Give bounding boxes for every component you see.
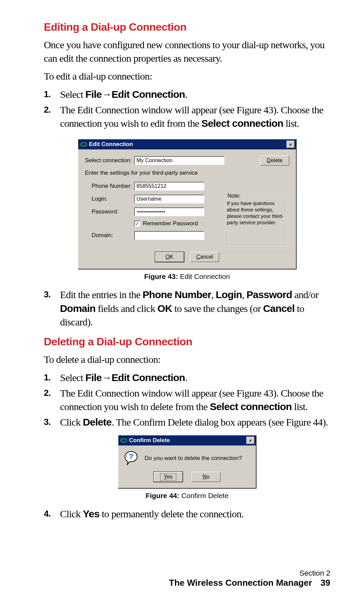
select-connection-row: Select connection: My Connection Delete <box>85 155 289 166</box>
domain-input[interactable] <box>134 231 204 240</box>
steps-deleting: 1. Select File→Edit Connection. 2. The E… <box>44 371 330 429</box>
phone-label: Phone Number: <box>92 183 134 190</box>
instruction-text: Enter the settings for your third-party … <box>85 170 289 176</box>
dialog-title: Edit Connection <box>89 141 286 148</box>
figure-43-wrap: Edit Connection × Select connection: My … <box>44 139 330 269</box>
ok-button[interactable]: OK <box>155 252 184 262</box>
heading-editing: Editing a Dial-up Connection <box>44 21 330 33</box>
confirm-delete-dialog: Confirm Delete × ? Do you want to delete… <box>118 435 256 488</box>
note-legend: Note: <box>226 193 242 199</box>
steps-deleting-cont: 4. Click Yes to permanently delete the c… <box>44 507 330 521</box>
cancel-button[interactable]: Cancel <box>190 252 219 262</box>
delete-button[interactable]: Delete <box>260 155 289 166</box>
domain-label: Domain: <box>92 232 134 239</box>
step-1: 1. Select File→Edit Connection. <box>60 88 330 101</box>
close-button[interactable]: × <box>286 141 295 148</box>
svg-point-1 <box>121 439 127 442</box>
step-text: Select <box>60 89 85 100</box>
figure-43-caption: Figure 43: Edit Connection <box>44 272 330 281</box>
password-label: Password: <box>92 208 134 215</box>
heading-deleting: Deleting a Dial-up Connection <box>44 336 330 348</box>
select-connection-label: Select connection: <box>85 157 134 164</box>
remember-row: ✓ Remember Password <box>134 220 217 227</box>
step-2: 2. The Edit Connection window will appea… <box>60 103 330 130</box>
step-text: Edit the entries in the <box>60 289 143 300</box>
step-number: 1. <box>44 88 51 100</box>
footer-title-line: The Wireless Connection Manager 39 <box>169 578 330 588</box>
page-footer: Section 2 The Wireless Connection Manage… <box>169 569 330 588</box>
login-input[interactable]: Username <box>134 195 204 203</box>
domain-row: Domain: <box>92 231 217 240</box>
titlebar: Confirm Delete × <box>118 435 256 445</box>
step-number: 1. <box>44 372 51 383</box>
step-3: 3. Edit the entries in the Phone Number,… <box>60 288 330 329</box>
step-2: 2. The Edit Connection window will appea… <box>60 386 330 413</box>
step-3: 3. Click Delete. The Confirm Delete dial… <box>60 415 330 429</box>
login-label: Login: <box>92 196 134 202</box>
step-1: 1. Select File→Edit Connection. <box>60 371 330 384</box>
step-number: 2. <box>44 387 51 399</box>
footer-title: The Wireless Connection Manager <box>169 578 312 588</box>
yes-button[interactable]: Yes <box>154 472 183 482</box>
step-number: 3. <box>44 416 51 428</box>
dialog-buttons: OK Cancel <box>85 252 289 262</box>
password-input[interactable]: ∗∗∗∗∗∗∗∗∗∗∗∗∗∗ <box>134 207 204 216</box>
select-connection-input[interactable]: My Connection <box>134 156 224 165</box>
bold-edit-connection: Edit Connection <box>112 89 185 100</box>
svg-text:?: ? <box>129 452 133 461</box>
dialog-title: Confirm Delete <box>129 437 246 444</box>
intro-paragraph: Once you have configured new connections… <box>44 38 330 65</box>
manual-page: Editing a Dial-up Connection Once you ha… <box>0 0 364 607</box>
figure-44-caption: Figure 44: Confirm Delete <box>44 492 330 500</box>
step-number: 2. <box>44 104 51 116</box>
titlebar: Edit Connection × <box>78 139 296 149</box>
note-text: If you have questions about these settin… <box>227 200 283 225</box>
no-button[interactable]: No <box>191 472 220 482</box>
step-4: 4. Click Yes to permanently delete the c… <box>60 507 330 521</box>
bold-file: File <box>85 89 101 100</box>
steps-editing-cont: 3. Edit the entries in the Phone Number,… <box>44 288 330 329</box>
phone-row: Phone Number: 8585551212 <box>92 182 217 191</box>
edit-connection-dialog: Edit Connection × Select connection: My … <box>78 139 296 269</box>
svg-point-0 <box>81 143 87 146</box>
arrow-icon: → <box>102 372 112 383</box>
phone-input[interactable]: 8585551212 <box>134 182 204 191</box>
note-group: Note: If you have questions about these … <box>223 195 289 248</box>
lead-in-2: To delete a dial-up connection: <box>44 353 330 366</box>
bold-select-connection: Select connection <box>201 118 283 129</box>
dialog-app-icon <box>80 142 87 147</box>
confirm-message: Do you want to delete the connection? <box>145 455 242 462</box>
remember-checkbox[interactable]: ✓ <box>134 221 140 227</box>
dialog-app-icon <box>120 438 127 443</box>
step-number: 4. <box>44 508 51 520</box>
arrow-icon: → <box>102 89 112 100</box>
question-icon: ? <box>124 451 139 466</box>
figure-44-wrap: Confirm Delete × ? Do you want to delete… <box>44 435 330 488</box>
dialog-buttons: Yes No <box>124 472 250 482</box>
dialog-body: Select connection: My Connection Delete … <box>78 149 296 269</box>
password-row: Password: ∗∗∗∗∗∗∗∗∗∗∗∗∗∗ <box>92 207 217 216</box>
lead-in-1: To edit a dial-up connection: <box>44 69 330 83</box>
step-number: 3. <box>44 289 51 300</box>
footer-page-number: 39 <box>321 578 330 588</box>
close-button[interactable]: × <box>246 437 254 444</box>
login-row: Login: Username <box>92 195 217 203</box>
dialog-body: ? Do you want to delete the connection? … <box>118 445 256 488</box>
footer-section: Section 2 <box>169 569 330 578</box>
steps-editing: 1. Select File→Edit Connection. 2. The E… <box>44 88 330 131</box>
remember-label: Remember Password <box>143 220 198 227</box>
